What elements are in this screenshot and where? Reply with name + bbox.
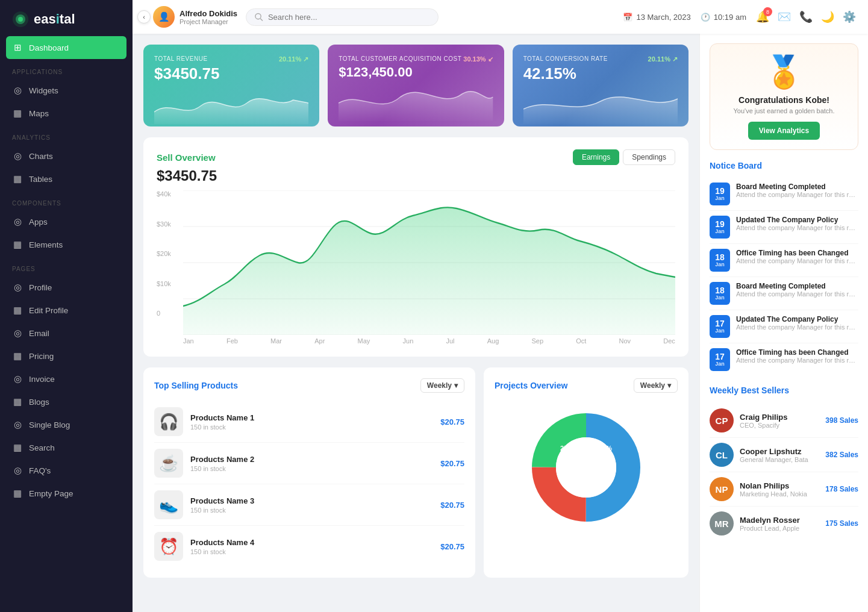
wbs-name: Madelyn Rosser: [740, 516, 819, 525]
product-emoji: 🎧: [159, 413, 178, 431]
product-emoji: 👟: [159, 496, 178, 514]
sidebar-item-empty-page[interactable]: ▦ Empty Page: [0, 482, 133, 505]
notice-desc: Attend the company Manager for this reas…: [736, 357, 858, 364]
sidebar-item-dashboard[interactable]: ⊞ Dashboard: [6, 36, 126, 59]
chart-area: [183, 190, 675, 335]
logo: easital: [0, 0, 133, 36]
sidebar-item-label: Single Blog: [29, 420, 70, 429]
apps-icon: ◎: [12, 216, 23, 227]
sidebar-item-label: Pricing: [29, 352, 54, 361]
wbs-role: Marketing Head, Nokia: [740, 490, 819, 498]
notice-date: 18 Jan: [710, 249, 730, 272]
x-label: Jul: [446, 337, 454, 345]
sidebar-item-label: Search: [29, 443, 55, 452]
y-label: $20k: [157, 250, 171, 257]
profile-icon: ◎: [12, 282, 23, 293]
stat-card-badge: 20.11% ↗: [279, 55, 308, 63]
congrats-subtitle: You've just earned a golden batch.: [720, 107, 848, 114]
sell-overview: Sell Overview Earnings Spendings $3450.7…: [143, 137, 688, 357]
content-right: 🏅 Congratulations Kobe! You've just earn…: [699, 34, 868, 612]
sidebar-item-charts[interactable]: ◎ Charts: [0, 145, 133, 167]
dashboard-icon: ⊞: [12, 42, 23, 53]
sidebar-item-maps[interactable]: ▦ Maps: [0, 102, 133, 125]
sidebar-item-widgets[interactable]: ◎ Widgets: [0, 79, 133, 102]
x-label: Nov: [619, 337, 631, 345]
sidebar-item-faqs[interactable]: ◎ FAQ's: [0, 459, 133, 482]
stat-card-value: 42.15%: [523, 64, 678, 83]
topbar-right: 📅 13 March, 2023 🕐 10:19 am 🔔 8 ✉️ 📞: [623, 10, 856, 23]
sidebar-item-label: Invoice: [29, 375, 55, 384]
notice-content: Board Meeting Completed Attend the compa…: [736, 183, 858, 205]
stat-card-revenue: TOTAL REVENUE $3450.75 20.11% ↗: [143, 45, 319, 126]
notification-button[interactable]: 🔔 8: [756, 10, 769, 23]
mail-button[interactable]: ✉️: [778, 10, 791, 23]
sidebar-item-label: Blogs: [29, 398, 49, 407]
sidebar-item-search[interactable]: ▦ Search: [0, 436, 133, 459]
date-text: 13 March, 2023: [636, 13, 690, 22]
sidebar-item-label: Edit Profile: [29, 306, 68, 315]
view-analytics-button[interactable]: View Analytics: [748, 122, 820, 140]
dark-mode-button[interactable]: 🌙: [821, 10, 834, 23]
sidebar-item-profile[interactable]: ◎ Profile: [0, 276, 133, 299]
top-selling-filter[interactable]: Weekly ▾: [420, 378, 464, 393]
settings-button[interactable]: ⚙️: [843, 10, 856, 23]
medal-icon: 🏅: [720, 54, 848, 90]
x-label: Jun: [403, 337, 414, 345]
wbs-avatar: CL: [710, 443, 734, 467]
x-label: Jan: [183, 337, 194, 345]
notice-day: 19: [715, 220, 725, 228]
product-thumb: ⏰: [154, 532, 183, 561]
stat-card-value: $3450.75: [154, 64, 308, 83]
projects-filter[interactable]: Weekly ▾: [634, 378, 678, 393]
sell-overview-title: Sell Overview: [157, 152, 216, 163]
sidebar-collapse-button[interactable]: ‹: [137, 10, 151, 23]
search-bar[interactable]: [246, 8, 439, 26]
sidebar-item-edit-profile[interactable]: ▦ Edit Profile: [0, 299, 133, 322]
topbar: ‹ 👤 Alfredo Dokidis Project Manager 📅 13…: [133, 0, 868, 34]
sidebar-item-email[interactable]: ◎ Email: [0, 322, 133, 345]
notice-list: 19 Jan Board Meeting Completed Attend th…: [710, 178, 858, 376]
weekly-best-sellers: Weekly Best Sellers CP Craig Philips CEO…: [710, 386, 858, 540]
sidebar-section-applications: APPLICATIONS: [0, 59, 133, 79]
congrats-card: 🏅 Congratulations Kobe! You've just earn…: [710, 43, 858, 150]
notice-date: 19 Jan: [710, 216, 730, 239]
sidebar-section-analytics: ANALYTICS: [0, 125, 133, 145]
y-label: $10k: [157, 280, 171, 287]
x-label: Sep: [531, 337, 543, 345]
spendings-tab[interactable]: Spendings: [623, 149, 675, 165]
wbs-title: Weekly Best Sellers: [710, 386, 858, 395]
y-label: $30k: [157, 220, 171, 228]
topbar-date: 📅 13 March, 2023: [623, 13, 690, 22]
sidebar-item-apps[interactable]: ◎ Apps: [0, 210, 133, 233]
sidebar-item-single-blog[interactable]: ◎ Single Blog: [0, 413, 133, 436]
notice-month: Jan: [715, 295, 725, 301]
wbs-sales: 178 Sales: [825, 485, 858, 493]
notice-title: Updated The Company Policy: [736, 216, 858, 224]
sidebar-item-tables[interactable]: ▦ Tables: [0, 167, 133, 190]
stat-cards: TOTAL REVENUE $3450.75 20.11% ↗: [143, 45, 688, 126]
charts-icon: ◎: [12, 151, 23, 161]
notice-item: 17 Jan Updated The Company Policy Attend…: [710, 310, 858, 343]
calendar-icon: 📅: [623, 13, 632, 22]
time-text: 10:19 am: [714, 13, 746, 22]
wbs-role: CEO, Spacify: [740, 422, 819, 429]
product-info: Products Name 2 150 in stock: [190, 455, 433, 472]
sidebar-item-blogs[interactable]: ▦ Blogs: [0, 390, 133, 413]
notice-board: Notice Board 19 Jan Board Meeting Comple…: [710, 161, 858, 376]
wbs-avatar: MR: [710, 511, 734, 536]
user-name: Alfredo Dokidis: [180, 9, 237, 18]
sidebar-item-label: Tables: [29, 175, 52, 184]
phone-button[interactable]: 📞: [799, 10, 813, 23]
search-input[interactable]: [268, 13, 429, 22]
sidebar-item-elements[interactable]: ▦ Elements: [0, 233, 133, 256]
stat-card-badge: 30.13% ↙: [463, 55, 493, 63]
chevron-down-icon: ▾: [454, 381, 458, 390]
product-price: $20.75: [440, 417, 464, 426]
notice-title: Updated The Company Policy: [736, 315, 858, 323]
tables-icon: ▦: [12, 173, 23, 184]
earnings-tab[interactable]: Earnings: [573, 149, 619, 165]
notice-item: 19 Jan Board Meeting Completed Attend th…: [710, 178, 858, 211]
bottom-grid: Top Selling Products Weekly ▾ 🎧 P: [143, 367, 688, 578]
sidebar-item-invoice[interactable]: ◎ Invoice: [0, 367, 133, 390]
sidebar-item-pricing[interactable]: ▦ Pricing: [0, 345, 133, 367]
